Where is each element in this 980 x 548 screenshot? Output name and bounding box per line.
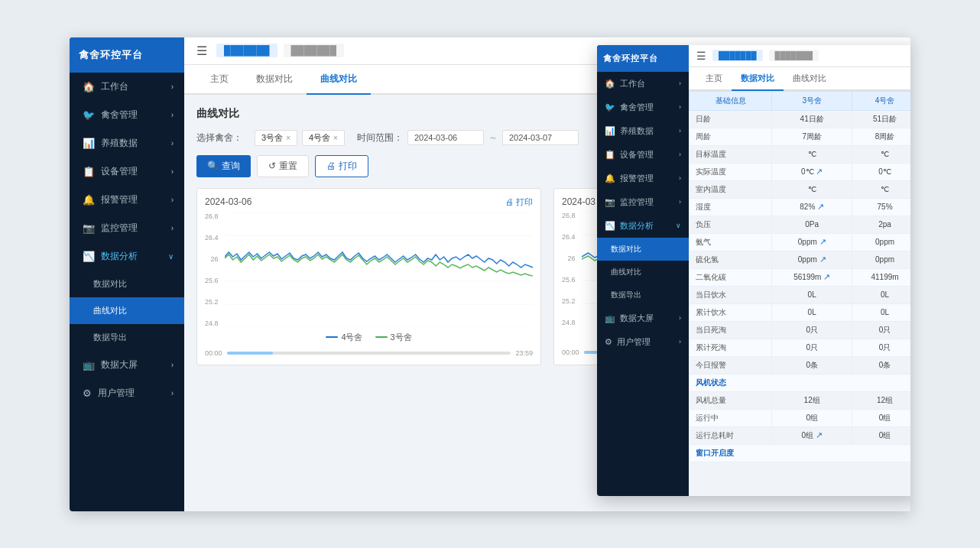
sidebar-item-breed[interactable]: 📊 养殖数据 › (70, 129, 184, 157)
row-col2: 0组 (852, 409, 910, 426)
legend-4hao-1: 4号舍 (326, 332, 362, 343)
link-icon[interactable]: ↗ (816, 430, 823, 439)
chevron-icon: › (171, 196, 174, 204)
sidebar-logo: 禽舍环控平台 (70, 37, 184, 73)
chart-print-1[interactable]: 🖨 打印 (505, 196, 533, 208)
table-row: 负压 0Pa 2pa (690, 216, 911, 233)
table-row: 当日死淘 0只 0只 (690, 321, 911, 339)
row-col2: 0ppm (852, 251, 910, 268)
overlay-sidebar-alert[interactable]: 🔔 报警管理 › (597, 167, 689, 190)
sidebar-item-data-export[interactable]: 数据导出 (70, 324, 184, 351)
row-col1: 0ppm ↗ (772, 251, 852, 268)
bell-icon: 🔔 (83, 194, 95, 206)
sidebar-item-data-screen[interactable]: 📺 数据大屏 › (70, 351, 184, 379)
sidebar-item-user-mgmt[interactable]: ⚙ 用户管理 › (70, 379, 184, 407)
chart-body-1: 26.826.42625.625.224.8 (205, 212, 533, 327)
sidebar-submenu-analysis: 数据对比 曲线对比 数据导出 (70, 271, 184, 351)
overlay-sidebar-analysis[interactable]: 📉 数据分析 ∨ (597, 214, 689, 238)
sidebar-item-data-compare[interactable]: 数据对比 (70, 271, 184, 297)
timeline-thumb-1 (227, 352, 273, 355)
sidebar-item-alert[interactable]: 🔔 报警管理 › (70, 186, 184, 214)
table-row: 当日饮水 0L 0L (690, 286, 911, 303)
chevron-icon: › (171, 389, 174, 397)
overlay-sidebar-breed[interactable]: 📊 养殖数据 › (597, 119, 689, 143)
overlay-sidebar-device[interactable]: 📋 设备管理 › (597, 143, 689, 167)
date-start-input[interactable] (407, 130, 484, 145)
overlay-tab-data-compare[interactable]: 数据对比 (732, 67, 784, 91)
overlay-sidebar-cage[interactable]: 🐦 禽舍管理 › (597, 96, 689, 119)
breadcrumb-2: ███████ (284, 44, 345, 57)
screen-icon: 📺 (83, 359, 95, 371)
link-icon[interactable]: ↗ (819, 237, 826, 246)
row-col1: 41日龄 (772, 110, 852, 128)
overlay-sidebar-workbench[interactable]: 🏠 工作台 › (597, 72, 689, 96)
overlay-sidebar-user[interactable]: ⚙ 用户管理 › (597, 330, 689, 354)
overlay-sidebar-curve-compare[interactable]: 曲线对比 (597, 261, 689, 284)
chart-canvas-1 (225, 212, 533, 327)
chart-icon: 📊 (83, 138, 95, 149)
print-icon-small-1: 🖨 (505, 197, 514, 206)
overlay-sidebar: 禽舍环控平台 🏠 工作台 › 🐦 禽舍管理 › 📊 养殖数据 › 📋 设备管理 … (597, 45, 689, 496)
table-row: 目标温度 ℃ ℃ (690, 145, 911, 163)
table-header-row: 基础信息 3号舍 4号舍 (690, 91, 911, 110)
user-icon: ⚙ (83, 387, 92, 399)
tag-close-3[interactable]: × (286, 134, 290, 142)
y-axis-2: 26.826.42625.625.224.8 (562, 212, 579, 326)
sidebar-item-workbench[interactable]: 🏠 工作台 › (70, 73, 184, 101)
tab-home[interactable]: 主页 (196, 65, 242, 95)
main-window: 禽舍环控平台 🏠 工作台 › 🐦 禽舍管理 › 📊 养殖数据 › 📋 设备管理 … (70, 37, 910, 511)
sidebar-item-cage[interactable]: 🐦 禽舍管理 › (70, 101, 184, 129)
sidebar: 禽舍环控平台 🏠 工作台 › 🐦 禽舍管理 › 📊 养殖数据 › 📋 设备管理 … (70, 37, 184, 511)
print-button[interactable]: 🖨 打印 (315, 155, 368, 177)
link-icon[interactable]: ↗ (816, 167, 823, 176)
row-label: 实际温度 (690, 163, 772, 180)
overlay-sidebar-data-export[interactable]: 数据导出 (597, 284, 689, 306)
tag-close-4[interactable]: × (333, 134, 338, 142)
link-icon[interactable]: ↗ (823, 272, 830, 281)
sidebar-item-device[interactable]: 📋 设备管理 › (70, 157, 184, 186)
refresh-icon: ↺ (268, 161, 276, 171)
row-col1: 0条 (772, 356, 852, 374)
timeline-track-1[interactable] (227, 352, 511, 355)
row-col1: 0组 (772, 409, 852, 426)
overlay-main: ☰ ███████ ███████ 主页 数据对比 曲线对比 基础信息 3号舍 … (689, 45, 910, 496)
row-col2: ℃ (852, 180, 910, 198)
chevron-icon: › (171, 139, 174, 148)
reset-button[interactable]: ↺ 重置 (257, 155, 309, 177)
sidebar-item-curve-compare[interactable]: 曲线对比 (70, 297, 184, 324)
menu-icon[interactable]: ☰ (196, 44, 207, 58)
o-bird-icon: 🐦 (605, 102, 615, 112)
tab-data-compare[interactable]: 数据对比 (242, 65, 307, 95)
link-icon[interactable]: ↗ (819, 255, 826, 264)
o-menu-icon[interactable]: ☰ (696, 50, 706, 62)
overlay-tab-curve-compare[interactable]: 曲线对比 (784, 67, 836, 91)
overlay-sidebar-screen[interactable]: 📺 数据大屏 › (597, 306, 689, 330)
table-row: 累计死淘 0只 0只 (690, 339, 911, 356)
row-label: 氨气 (690, 233, 772, 251)
row-col2: 2pa (852, 216, 910, 233)
chevron-icon: › (171, 224, 174, 232)
overlay-tab-home[interactable]: 主页 (696, 67, 732, 91)
sidebar-item-monitor[interactable]: 📷 监控管理 › (70, 214, 184, 242)
row-col1: 12组 (772, 391, 852, 409)
tab-curve-compare[interactable]: 曲线对比 (307, 65, 371, 95)
legend-color-green-1 (375, 336, 388, 338)
sidebar-item-analysis[interactable]: 📉 数据分析 ∨ (70, 242, 184, 271)
overlay-sidebar-monitor[interactable]: 📷 监控管理 › (597, 190, 689, 214)
chart-legend-1: 4号舍 3号舍 (205, 332, 533, 343)
chart-panel-1: 2024-03-06 🖨 打印 26.826.42625.625.224.8 (196, 188, 541, 365)
row-col1: 56199m ↗ (772, 268, 852, 286)
row-col2: 0组 (852, 426, 910, 444)
query-button[interactable]: 🔍 查询 (196, 155, 251, 177)
row-label: 周龄 (690, 128, 772, 145)
row-label: 湿度 (690, 198, 772, 216)
row-col1: ℃ (772, 145, 852, 163)
chart-header-1: 2024-03-06 🖨 打印 (205, 196, 533, 208)
chevron-icon: › (171, 361, 174, 369)
overlay-sidebar-data-compare[interactable]: 数据对比 (597, 238, 689, 261)
date-end-input[interactable] (502, 130, 579, 145)
link-icon[interactable]: ↗ (817, 202, 824, 211)
y-axis-1: 26.826.42625.625.224.8 (205, 212, 222, 327)
row-col1: 82% ↗ (772, 198, 852, 216)
row-label: 累计饮水 (690, 303, 772, 321)
